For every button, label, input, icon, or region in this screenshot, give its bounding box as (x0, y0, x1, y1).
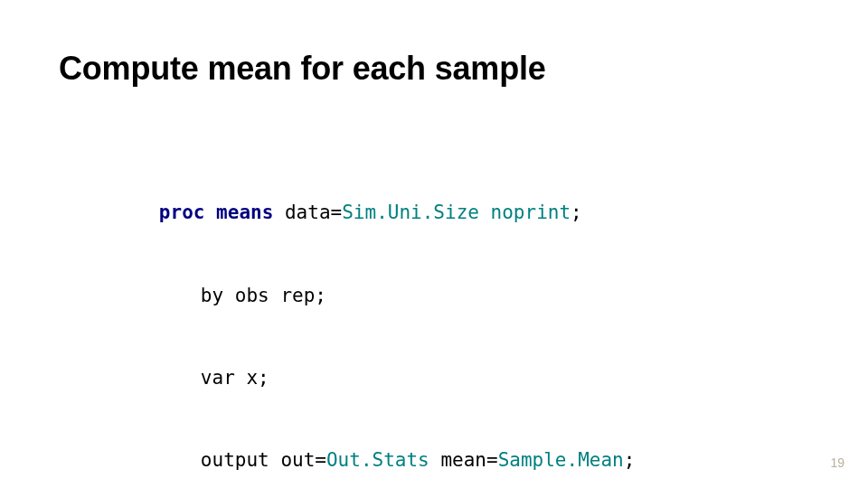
eq: = (315, 449, 326, 471)
out-dataset: Out.Stats (326, 449, 429, 471)
kw-out: out (280, 449, 315, 471)
page-number: 19 (830, 455, 844, 470)
kw-output: output (201, 449, 269, 471)
slide-title: Compute mean for each sample (59, 50, 546, 88)
kw-var: var (201, 367, 235, 389)
code-line-3: var x; (90, 337, 705, 419)
kw-mean: mean (440, 449, 486, 471)
code-line-4: output out=Out.Stats mean=Sample.Mean; (90, 419, 705, 488)
semicolon: ; (624, 449, 636, 471)
semicolon: ; (571, 202, 582, 223)
code-block: proc means data=Sim.Uni.Size noprint; by… (90, 172, 705, 488)
var-x: x (246, 367, 258, 389)
semicolon: ; (258, 367, 269, 389)
var-rep: rep (280, 285, 315, 306)
kw-means: means (216, 202, 273, 223)
eq: = (486, 449, 498, 471)
option-noprint: noprint (491, 202, 571, 223)
dataset-name: Sim.Uni.Size (342, 202, 479, 223)
mean-var: Sample.Mean (498, 449, 624, 471)
eq: = (331, 202, 343, 223)
semicolon: ; (315, 285, 326, 306)
kw-proc: proc (159, 202, 205, 223)
kw-data: data (285, 202, 331, 223)
kw-by: by (201, 285, 223, 306)
var-obs: obs (235, 285, 269, 306)
slide: Compute mean for each sample proc means … (0, 0, 868, 488)
code-line-1: proc means data=Sim.Uni.Size noprint; (90, 172, 705, 254)
code-line-2: by obs rep; (90, 254, 705, 336)
